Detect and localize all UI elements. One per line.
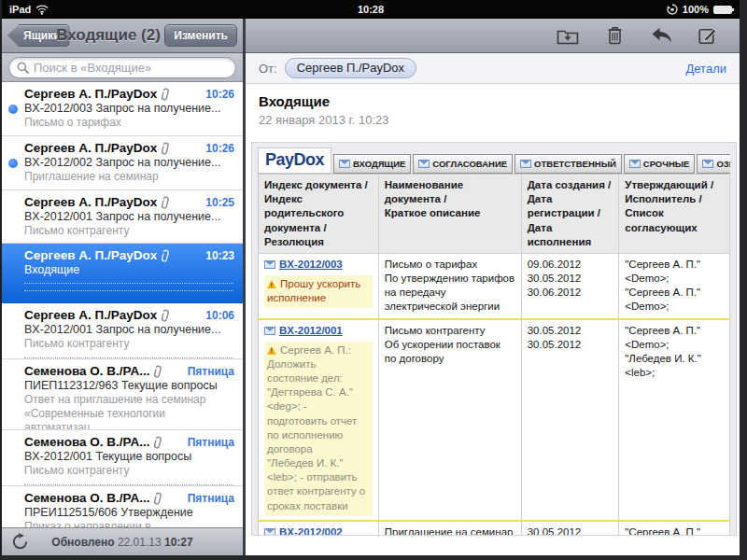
email-preview: Письмо контрагенту bbox=[24, 337, 234, 351]
email-sender: Сергеев А. П./PayDox bbox=[24, 141, 157, 155]
resolution-note: Прошу ускорить исполнение bbox=[264, 275, 373, 308]
status-bar: iPad 10:28 100% bbox=[2, 0, 740, 19]
table-column-header: Утверждающий / Исполнитель / Список согл… bbox=[619, 175, 730, 254]
document-row: BX-2012/002Сергеев А. П. К исполнению! -… bbox=[259, 521, 730, 536]
envelope-icon bbox=[339, 160, 350, 168]
mailbox-sidebar: Ящики Входящие (2) Изменить Сергеев А. П… bbox=[2, 19, 243, 555]
warning-icon bbox=[267, 346, 276, 355]
email-subject: BX-2012/001 Запрос на получение... bbox=[24, 323, 234, 336]
document-people-cell: "Сергеев А. П." <Demo>; - bbox=[619, 521, 730, 536]
rotation-lock-icon bbox=[667, 4, 678, 15]
paydox-tab-label: ОТВЕТСТВЕННЫЙ bbox=[534, 159, 616, 169]
email-preview: Письмо контрагенту bbox=[24, 464, 234, 478]
preview-dots bbox=[24, 279, 233, 284]
email-preview: Приглашение на семинар bbox=[24, 170, 234, 184]
attachment-icon bbox=[152, 363, 164, 379]
email-list: Сергеев А. П./PayDox10:26BX-2012/003 Зап… bbox=[2, 82, 243, 527]
email-list-item[interactable]: Сергеев А. П./PayDox10:26BX-2012/003 Зап… bbox=[2, 82, 243, 136]
email-list-item[interactable]: Семенова О. В./РА...ПятницаПРЕИ112515/60… bbox=[2, 486, 243, 527]
envelope-icon bbox=[264, 260, 275, 269]
message-body: PayDox ВХОДЯЩИЕСОГЛАСОВАНИЕОТВЕТСТВЕННЫЙ… bbox=[246, 134, 740, 555]
updated-date: 22.01.13 bbox=[118, 536, 162, 549]
email-preview: Письмо о тарифах bbox=[24, 116, 234, 130]
sidebar-footer: Обновлено 22.01.13 10:27 bbox=[2, 527, 243, 555]
preview-dots bbox=[24, 481, 233, 485]
email-list-item[interactable]: Семенова О. В./РА...ПятницаBX-2012/001 Т… bbox=[2, 430, 243, 486]
email-subject: BX-2012/003 Запрос на получение... bbox=[24, 102, 234, 115]
battery-percent: 100% bbox=[683, 4, 709, 15]
envelope-icon bbox=[264, 528, 275, 536]
document-row: BX-2012/001Сергеев А. П.: Доложить состо… bbox=[259, 319, 730, 521]
reader-toolbar bbox=[246, 19, 740, 53]
mailbox-title: Входящие (2) bbox=[39, 26, 177, 45]
search-input[interactable] bbox=[34, 61, 228, 75]
refresh-icon[interactable] bbox=[11, 533, 29, 551]
move-to-folder-button[interactable] bbox=[557, 25, 579, 46]
paydox-tab-1[interactable]: ВХОДЯЩИЕ bbox=[333, 154, 411, 174]
email-time: 10:26 bbox=[205, 142, 234, 155]
attachment-icon bbox=[160, 307, 172, 323]
attachment-icon bbox=[160, 140, 172, 156]
document-row: BX-2012/003Прошу ускорить исполнениеПись… bbox=[259, 253, 730, 318]
document-link[interactable]: BX-2012/002 bbox=[279, 525, 343, 536]
paydox-widget: PayDox ВХОДЯЩИЕСОГЛАСОВАНИЕОТВЕТСТВЕННЫЙ… bbox=[251, 142, 737, 536]
email-list-item[interactable]: Сергеев А. П./PayDox10:26BX-2012/002 Зап… bbox=[2, 136, 243, 190]
app-screen: iPad 10:28 100% Ящики Входящие (2) Измен… bbox=[0, 0, 740, 555]
documents-table: Индекс документа / Индекс родительского … bbox=[258, 174, 730, 536]
envelope-icon bbox=[702, 160, 713, 168]
updated-status: Обновлено 22.01.13 10:27 bbox=[2, 536, 243, 549]
paydox-tab-3[interactable]: ОТВЕТСТВЕННЫЙ bbox=[514, 154, 622, 174]
preview-dots bbox=[24, 354, 233, 358]
document-link[interactable]: BX-2012/003 bbox=[279, 258, 343, 272]
document-name-cell: Приглашение на семинар Тема семинара «Со… bbox=[378, 521, 521, 536]
unread-dot-icon bbox=[8, 105, 18, 114]
document-dates-cell: 30.05.2012 30.05.2012 bbox=[521, 319, 619, 521]
paydox-tab-2[interactable]: СОГЛАСОВАНИЕ bbox=[413, 154, 513, 174]
subject-block: Входящие 22 января 2013 г. 10:23 bbox=[246, 84, 740, 134]
delete-button[interactable] bbox=[603, 25, 626, 46]
document-index-cell: BX-2012/002Сергеев А. П. К исполнению! -… bbox=[259, 521, 379, 536]
email-subject: BX-2012/001 Текущие вопросы bbox=[24, 450, 234, 463]
email-sender: Сергеев А. П./PayDox bbox=[24, 308, 157, 322]
from-label: От: bbox=[259, 62, 277, 76]
document-link[interactable]: BX-2012/001 bbox=[279, 324, 343, 338]
email-sender: Сергеев А. П./PayDox bbox=[24, 248, 157, 262]
email-sender: Сергеев А. П./PayDox bbox=[24, 195, 157, 209]
sender-chip[interactable]: Сергеев П./PayDox bbox=[285, 58, 416, 78]
details-link[interactable]: Детали bbox=[686, 62, 727, 76]
email-subject: BX-2012/001 Запрос на получение... bbox=[24, 210, 234, 223]
reply-button[interactable] bbox=[650, 25, 672, 46]
compose-button[interactable] bbox=[697, 25, 719, 46]
envelope-icon bbox=[629, 160, 641, 168]
email-preview: Приказ о направлении в командировку.....… bbox=[24, 520, 234, 527]
attachment-icon bbox=[160, 86, 172, 102]
attachment-icon bbox=[160, 194, 172, 210]
envelope-icon bbox=[264, 327, 275, 335]
preview-dots bbox=[24, 287, 233, 291]
email-time: Пятница bbox=[188, 365, 234, 378]
paydox-tab-4[interactable]: СРОЧНЫЕ bbox=[624, 154, 696, 174]
email-time: 10:26 bbox=[205, 88, 234, 101]
paydox-tab-5[interactable]: ОЗНАКОМИТЬСЯ bbox=[697, 154, 730, 174]
document-people-cell: "Сергеев А. П." <Demo>; "Сергеев А. П." … bbox=[619, 253, 730, 318]
envelope-icon bbox=[520, 160, 531, 168]
document-index-cell: BX-2012/003Прошу ускорить исполнение bbox=[259, 253, 379, 318]
paydox-tab-label: ОЗНАКОМИТЬСЯ bbox=[716, 159, 730, 169]
email-list-item[interactable]: Сергеев А. П./PayDox10:25BX-2012/001 Зап… bbox=[2, 190, 243, 244]
attachment-icon bbox=[152, 490, 164, 506]
email-time: Пятница bbox=[188, 436, 234, 449]
paydox-tab-label: ВХОДЯЩИЕ bbox=[353, 159, 405, 169]
email-subject: BX-2012/002 Запрос на получение... bbox=[24, 156, 234, 169]
email-time: 10:23 bbox=[205, 249, 234, 262]
search-bar bbox=[2, 53, 243, 82]
folder-icon bbox=[557, 27, 579, 45]
email-list-item[interactable]: Сергеев А. П./PayDox10:06BX-2012/001 Зап… bbox=[2, 303, 243, 359]
email-list-item[interactable]: Семенова О. В./РА...ПятницаПИЕП112312/96… bbox=[2, 359, 243, 430]
email-time: 10:06 bbox=[205, 309, 234, 322]
email-list-item[interactable]: Сергеев А. П./PayDox10:23Входящие bbox=[2, 244, 243, 303]
paydox-tab-label: СРОЧНЫЕ bbox=[643, 159, 690, 169]
email-subject: Входящие bbox=[24, 263, 234, 276]
resolution-note: Сергеев А. П.: Доложить состояние дел: "… bbox=[264, 342, 373, 516]
email-sender: Сергеев А. П./PayDox bbox=[24, 87, 157, 101]
table-column-header: Индекс документа / Индекс родительского … bbox=[259, 175, 379, 254]
